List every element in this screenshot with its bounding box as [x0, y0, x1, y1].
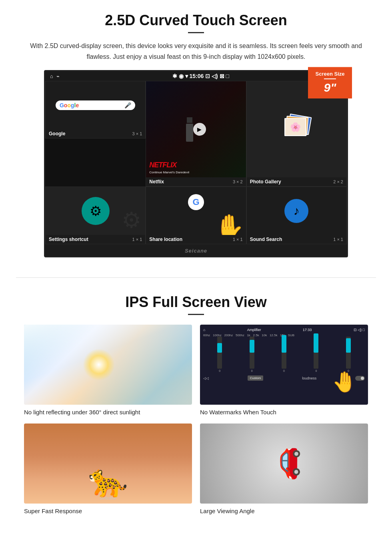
hand-icon: 🤚 — [214, 213, 244, 235]
amp-bar-2: 0 — [237, 337, 266, 372]
bluetooth-icon: ✱ — [172, 73, 177, 79]
cheetah-image: 🐆 Seicane — [24, 424, 192, 504]
netflix-app-name: Netflix — [149, 179, 164, 185]
screen-wrapper: Screen Size 9" ⌂ ⌁ ✱ ◉ ▾ 15:06 ⊡ ◁) ⊠ — [44, 70, 348, 257]
google-thumbnail: Google 🎤 — [46, 81, 145, 129]
amp-hand-icon: 🤚 — [332, 370, 357, 393]
share-label-row: Share location 1 × 1 — [146, 235, 246, 244]
section-divider-hr — [16, 277, 376, 278]
amp-bar-1: 0 — [205, 337, 234, 372]
section1-title: 2.5D Curved Touch Screen — [24, 12, 368, 29]
amp-icons: ⊡ ◁) □ — [354, 328, 365, 332]
amp-header: ⌂ Amplifier 17:33 ⊡ ◁) □ — [203, 328, 365, 332]
netflix-app-size: 3 × 2 — [233, 179, 243, 184]
badge-divider — [324, 78, 336, 79]
settings-icon: ⚙ — [82, 197, 110, 225]
netflix-content: ▶ NETFLIX Continue Marvel's Daredevil — [146, 81, 246, 177]
netflix-subtitle: Continue Marvel's Daredevil — [149, 171, 189, 174]
section2-title: IPS Full Screen View — [16, 294, 376, 311]
photo-stack: 🌸 — [280, 113, 312, 145]
netflix-label-row: Netflix 3 × 2 — [146, 177, 246, 186]
app-grid-row1: Google 🎤 Google 3 × 1 — [45, 81, 347, 187]
amp-nav-icon: ◁◁ — [203, 376, 209, 380]
usb-icon: ⌁ — [56, 73, 60, 79]
status-left-icons: ⌂ ⌁ — [50, 73, 60, 79]
amp-loudness-label: loudness — [302, 376, 316, 380]
app-grid-row2: ⚙ ⚙ Settings shortcut 1 × 1 G 🤚 S — [45, 187, 347, 244]
cheetah-icon: 🐆 — [88, 462, 128, 500]
sound-icon: ♪ — [284, 199, 308, 223]
screen-size-badge: Screen Size 9" — [308, 67, 352, 98]
amp-title: Amplifier — [247, 328, 261, 332]
share-app-name: Share location — [149, 237, 182, 242]
app-cell-sound[interactable]: ♪ Sound Search 1 × 1 — [246, 187, 347, 244]
settings-thumbnail: ⚙ ⚙ — [46, 187, 145, 235]
wifi-icon: ▾ — [185, 73, 188, 79]
status-bar-center: ✱ ◉ ▾ 15:06 ⊡ ◁) ⊠ □ — [60, 73, 342, 79]
amp-time: 17:33 — [303, 328, 312, 332]
amplifier-label: No Watermarks When Touch — [200, 409, 368, 415]
app-cell-share[interactable]: G 🤚 Share location 1 × 1 — [146, 187, 246, 244]
settings-app-size: 1 × 1 — [132, 237, 142, 242]
cheetah-watermark: Seicane — [100, 496, 116, 500]
watermark: Seicane — [185, 248, 207, 254]
badge-label: Screen Size — [311, 71, 349, 77]
google-label-row: Google 3 × 1 — [46, 129, 145, 138]
amp-bar-3: 0 — [269, 337, 299, 372]
amp-custom-btn[interactable]: Custom — [248, 375, 264, 381]
settings-app-name: Settings shortcut — [49, 237, 88, 242]
mic-icon[interactable]: 🎤 — [124, 102, 131, 108]
ips-title-divider — [188, 314, 204, 315]
badge-size: 9" — [324, 81, 336, 94]
sound-app-name: Sound Search — [250, 237, 282, 242]
amplifier-image: ⌂ Amplifier 17:33 ⊡ ◁) □ 60hz 100hz 200h… — [200, 325, 368, 405]
gallery-app-size: 2 × 2 — [333, 179, 343, 184]
amp-bars: 0 0 0 0 — [203, 338, 365, 374]
gallery-app-name: Photo Gallery — [250, 179, 281, 185]
amp-toggle[interactable] — [355, 376, 365, 381]
photo-card-4: 🌸 — [284, 118, 306, 136]
feature-car: 🚗 Large Viewing Angle — [200, 424, 368, 514]
sunlight-rays — [24, 325, 192, 405]
camera-icon: ⊡ — [205, 73, 210, 79]
netflix-play-button[interactable]: ▶ — [193, 123, 206, 136]
settings-label-row: Settings shortcut 1 × 1 — [46, 235, 145, 244]
home-icon[interactable]: ⌂ — [50, 73, 53, 79]
feature-grid: No light reflecting under 360° direct su… — [16, 325, 376, 514]
amp-bar-5: 0 — [334, 337, 363, 372]
daredevil-figure — [186, 117, 193, 142]
status-bar: ⌂ ⌁ ✱ ◉ ▾ 15:06 ⊡ ◁) ⊠ □ — [45, 71, 347, 81]
amp-home-icon: ⌂ — [203, 328, 205, 332]
settings-bg-decoration: ⚙ — [122, 207, 141, 233]
feature-sunlight: No light reflecting under 360° direct su… — [24, 325, 192, 415]
sound-label-row: Sound Search 1 × 1 — [247, 235, 346, 244]
car-image: 🚗 — [200, 424, 368, 504]
app-cell-settings[interactable]: ⚙ ⚙ Settings shortcut 1 × 1 — [45, 187, 146, 244]
close-icon: ⊠ — [220, 73, 224, 79]
window-icon: □ — [226, 73, 229, 79]
netflix-logo: NETFLIX — [149, 161, 176, 169]
car-icon: 🚗 — [268, 446, 300, 481]
google-g-icon: G — [188, 194, 204, 210]
sound-thumbnail: ♪ — [247, 187, 346, 235]
app-cell-google[interactable]: Google 🎤 Google 3 × 1 — [45, 81, 146, 138]
share-app-size: 1 × 1 — [233, 237, 243, 242]
section1-desc: With 2.5D curved-display screen, this de… — [24, 40, 368, 62]
netflix-thumbnail: ▶ NETFLIX Continue Marvel's Daredevil — [146, 81, 246, 177]
sound-app-size: 1 × 1 — [333, 237, 343, 242]
amp-bar-4: 0 — [301, 337, 331, 372]
cheetah-label: Super Fast Response — [24, 508, 192, 514]
ips-section: IPS Full Screen View No light reflecting… — [0, 290, 392, 526]
sunlight-label: No light reflecting under 360° direct su… — [24, 409, 192, 415]
status-time: 15:06 — [190, 73, 204, 79]
location-icon: ◉ — [179, 73, 184, 79]
flower-icon: 🌸 — [290, 122, 301, 132]
android-screen: ⌂ ⌁ ✱ ◉ ▾ 15:06 ⊡ ◁) ⊠ □ — [44, 70, 348, 257]
app-cell-netflix[interactable]: ▶ NETFLIX Continue Marvel's Daredevil Ne… — [146, 81, 246, 187]
amp-toggle-dot — [361, 377, 364, 380]
google-search-bar[interactable]: Google 🎤 — [56, 100, 135, 110]
curved-touch-section: 2.5D Curved Touch Screen With 2.5D curve… — [0, 0, 392, 265]
feature-cheetah: 🐆 Seicane Super Fast Response — [24, 424, 192, 514]
amp-container: ⌂ Amplifier 17:33 ⊡ ◁) □ 60hz 100hz 200h… — [203, 328, 365, 401]
volume-icon: ◁) — [212, 73, 218, 79]
